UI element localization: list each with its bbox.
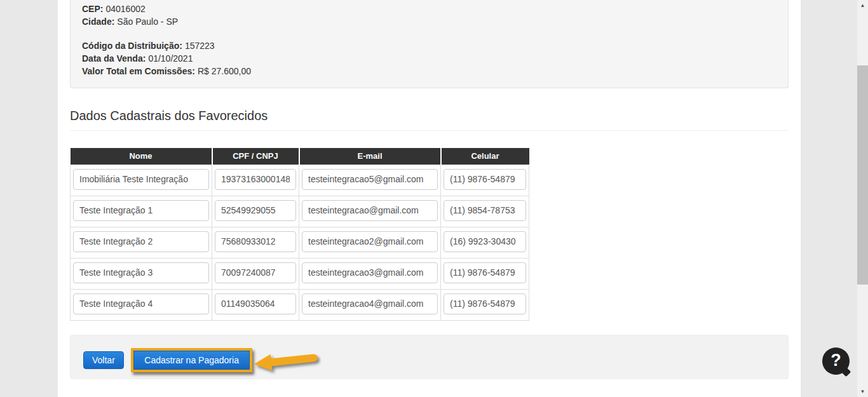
scrollbar-thumb[interactable] [857,65,868,285]
data-venda-value: 01/10/2021 [148,53,193,64]
cep-value: 04016002 [105,4,145,14]
info-line-codigo-distribuicao: Código da Distribuição:157223 [82,39,776,52]
column-header-email: E-mail [299,148,441,165]
question-mark-icon: ? [831,351,841,370]
nome-input[interactable] [73,293,209,314]
column-header-celular: Celular [441,148,529,165]
nome-input[interactable] [73,262,209,283]
info-line-cidade: Cidade:São Paulo - SP [82,15,776,28]
cidade-value: São Paulo - SP [117,17,178,27]
scroll-up-icon[interactable]: ▲ [857,0,868,11]
email-input[interactable] [302,231,438,252]
cpf-cnpj-input[interactable] [215,200,296,221]
page: CEP:04016002 Cidade:São Paulo - SP Códig… [58,0,801,397]
info-line-valor-comissoes: Valor Total em Comissões:R$ 27.600,00 [82,65,776,77]
email-input[interactable] [302,262,438,283]
info-panel: CEP:04016002 Cidade:São Paulo - SP Códig… [70,0,789,88]
celular-input[interactable] [444,169,526,190]
celular-input[interactable] [444,262,526,283]
scroll-down-icon[interactable]: ▼ [857,386,868,397]
favorecidos-table: Nome CPF / CNPJ E-mail Celular [70,148,529,321]
info-line-data-venda: Data da Venda:01/10/2021 [82,52,776,65]
divider [70,130,789,131]
help-button[interactable]: ? [822,347,850,375]
codigo-distribuicao-label: Código da Distribuição: [82,41,182,51]
annotation-highlight-box: Cadastrar na Pagadoria [131,348,252,372]
spacer [82,28,776,39]
voltar-button[interactable]: Voltar [83,351,124,369]
valor-comissoes-value: R$ 27.600,00 [198,66,251,76]
cadastrar-na-pagadoria-button[interactable]: Cadastrar na Pagadoria [133,351,250,370]
column-header-cpf-cnpj: CPF / CNPJ [212,148,299,165]
table-header-row: Nome CPF / CNPJ E-mail Celular [71,148,529,165]
celular-input[interactable] [444,231,526,252]
vertical-scrollbar[interactable]: ▲ ▼ [857,0,868,397]
table-row [71,196,529,227]
cpf-cnpj-input[interactable] [215,169,296,190]
cpf-cnpj-input[interactable] [215,293,296,314]
email-input[interactable] [302,200,438,221]
celular-input[interactable] [444,200,526,221]
column-header-nome: Nome [71,148,212,165]
valor-comissoes-label: Valor Total em Comissões: [82,66,195,76]
nome-input[interactable] [73,231,209,252]
table-row [71,227,529,258]
action-panel: Voltar Cadastrar na Pagadoria [70,335,789,379]
cpf-cnpj-input[interactable] [215,262,296,283]
annotation-arrow-icon [251,348,321,373]
table-row [71,165,529,196]
table-row [71,258,529,289]
email-input[interactable] [302,293,438,314]
nome-input[interactable] [73,200,209,221]
nome-input[interactable] [73,169,209,190]
celular-input[interactable] [444,293,526,314]
codigo-distribuicao-value: 157223 [185,41,215,51]
browser-viewport: CEP:04016002 Cidade:São Paulo - SP Códig… [0,0,868,397]
info-line-cep: CEP:04016002 [82,3,776,15]
table-row [71,289,529,320]
data-venda-label: Data da Venda: [82,53,146,64]
cidade-label: Cidade: [82,17,114,27]
email-input[interactable] [302,169,438,190]
cpf-cnpj-input[interactable] [215,231,296,252]
section-title: Dados Cadastrais dos Favorecidos [70,107,789,124]
cep-label: CEP: [82,4,103,14]
